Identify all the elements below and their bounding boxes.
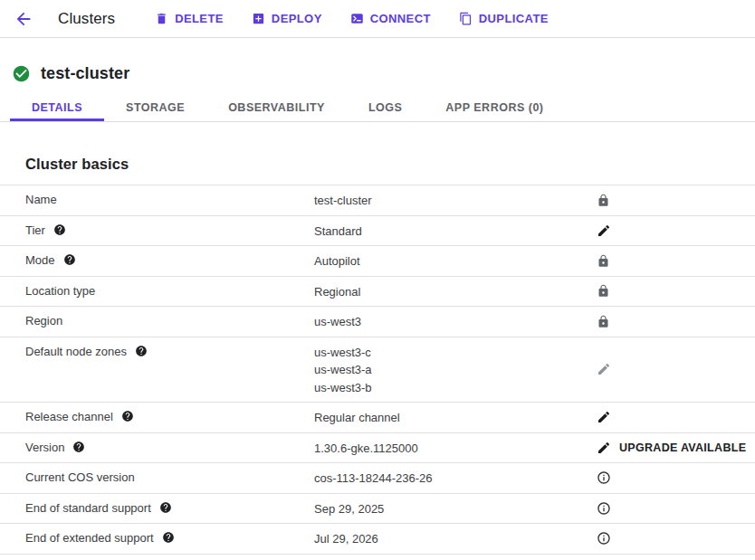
- info-icon[interactable]: [597, 531, 611, 546]
- value-line: Standard: [314, 223, 578, 241]
- row-label: End of extended support: [25, 530, 154, 546]
- toolbar-actions: DELETE DEPLOY CONNECT DUPLICATE: [153, 8, 550, 29]
- tab-bar: DETAILS STORAGE OBSERVABILITY LOGS APP E…: [0, 96, 755, 122]
- table-row: Location type Regional: [0, 276, 755, 307]
- row-label: Mode: [25, 252, 55, 268]
- tab-storage[interactable]: STORAGE: [104, 96, 206, 121]
- duplicate-icon: [459, 12, 473, 25]
- back-arrow-icon[interactable]: [7, 3, 40, 35]
- edit-icon[interactable]: [597, 410, 611, 424]
- table-row: End of standard support Sep 29, 2025: [0, 493, 755, 524]
- row-value: Jul 29, 2026: [314, 524, 586, 554]
- row-value: Sep 29, 2025: [314, 494, 586, 524]
- table-row: Current COS version cos-113-18244-236-26: [0, 462, 755, 493]
- tab-details[interactable]: DETAILS: [10, 96, 104, 121]
- row-label: Tier: [25, 223, 45, 238]
- duplicate-button[interactable]: DUPLICATE: [457, 8, 550, 29]
- value-line: us-west3-a: [314, 361, 578, 379]
- lock-icon: [597, 284, 610, 298]
- row-value: us-west3: [314, 307, 586, 337]
- delete-button[interactable]: DELETE: [153, 8, 225, 29]
- tab-app-errors-0[interactable]: APP ERRORS (0): [424, 96, 565, 121]
- table-row: Rollout sequence To use rollout sequenci…: [0, 554, 755, 560]
- info-icon[interactable]: [597, 470, 611, 485]
- row-value: Regional: [314, 277, 586, 307]
- table-row: Mode Autopilot: [0, 245, 755, 276]
- table-row: Release channel Regular channel: [0, 402, 755, 432]
- value-line: Sep 29, 2025: [314, 500, 578, 518]
- row-label: Region: [25, 313, 62, 328]
- table-row: Name test-cluster: [0, 185, 755, 215]
- help-icon[interactable]: [135, 345, 148, 357]
- row-label: Version: [25, 440, 64, 455]
- value-line: test-cluster: [314, 192, 578, 210]
- cluster-name: test-cluster: [41, 64, 129, 83]
- table-row: End of extended support Jul 29, 2026: [0, 523, 755, 554]
- lock-icon: [597, 194, 610, 207]
- row-label: Location type: [25, 283, 95, 299]
- delete-icon: [155, 12, 168, 25]
- deploy-icon: [252, 12, 265, 25]
- section-title: Cluster basics: [25, 156, 755, 173]
- row-value: us-west3-cus-west3-aus-west3-b: [314, 337, 586, 403]
- connect-button[interactable]: CONNECT: [349, 8, 433, 29]
- help-icon[interactable]: [72, 441, 85, 453]
- value-line: cos-113-18244-236-26: [314, 470, 578, 488]
- info-icon[interactable]: [597, 501, 611, 516]
- value-line: Regular channel: [314, 409, 578, 427]
- value-line: Autopilot: [314, 252, 578, 271]
- tab-logs[interactable]: LOGS: [347, 96, 424, 121]
- row-label: Name: [25, 192, 57, 207]
- value-line: Jul 29, 2026: [314, 530, 578, 548]
- help-icon[interactable]: [63, 253, 76, 266]
- row-value: Autopilot: [314, 246, 586, 276]
- help-icon[interactable]: [159, 501, 172, 514]
- row-label: Default node zones: [25, 344, 127, 359]
- row-label: Current COS version: [25, 470, 135, 485]
- value-line: us-west3-c: [314, 344, 578, 362]
- row-value: To use rollout sequencing, register your…: [314, 555, 586, 560]
- cluster-header: test-cluster: [0, 38, 755, 83]
- table-row: Region us-west3: [0, 306, 755, 337]
- help-icon[interactable]: [121, 410, 134, 422]
- table-row: Version 1.30.6-gke.1125000 UPGRADE AVAIL…: [0, 432, 755, 463]
- page-title: Clusters: [58, 10, 115, 28]
- row-value: test-cluster: [314, 185, 586, 215]
- status-check-circle-icon: [12, 64, 31, 83]
- edit-icon[interactable]: [597, 441, 611, 455]
- connect-icon: [350, 12, 364, 25]
- lock-icon: [597, 254, 610, 268]
- value-line: us-west3: [314, 313, 578, 331]
- value-line: Regional: [314, 283, 578, 301]
- tab-observability[interactable]: OBSERVABILITY: [206, 96, 347, 121]
- row-label: Release channel: [25, 409, 113, 424]
- help-icon[interactable]: [53, 223, 66, 236]
- row-value: Standard: [314, 216, 586, 246]
- deploy-button[interactable]: DEPLOY: [250, 8, 324, 29]
- row-value: 1.30.6-gke.1125000: [314, 433, 586, 463]
- edit-disabled-icon: [597, 362, 611, 376]
- row-value: Regular channel: [314, 403, 586, 432]
- row-label: End of standard support: [25, 500, 151, 516]
- top-app-bar: Clusters DELETE DEPLOY CONNECT DUPLICATE: [0, 0, 755, 38]
- cluster-basics-table: Name test-cluster Tier Standard Mode: [0, 185, 755, 560]
- edit-icon[interactable]: [597, 223, 611, 238]
- upgrade-available-label[interactable]: UPGRADE AVAILABLE: [619, 441, 746, 454]
- help-icon[interactable]: [162, 531, 175, 544]
- value-line: us-west3-b: [314, 379, 578, 397]
- table-row: Tier Standard: [0, 215, 755, 246]
- row-value: cos-113-18244-236-26: [314, 463, 586, 493]
- value-line: 1.30.6-gke.1125000: [314, 440, 578, 458]
- lock-icon: [597, 315, 610, 328]
- table-row: Default node zones us-west3-cus-west3-au…: [0, 337, 755, 403]
